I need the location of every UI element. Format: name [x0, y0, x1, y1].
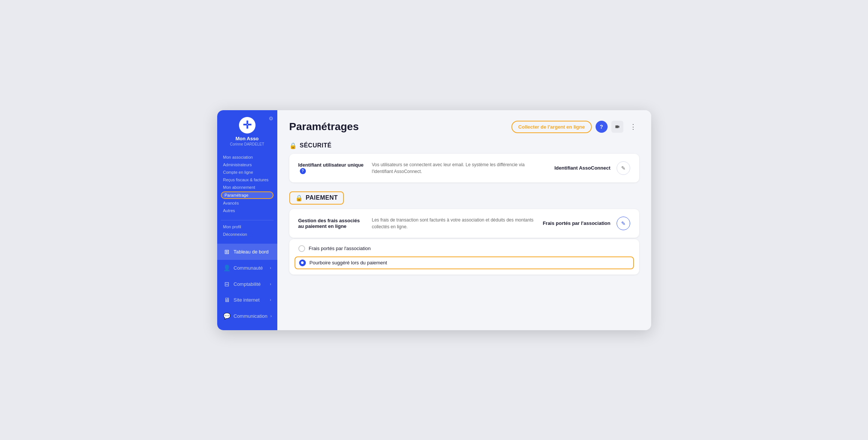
- sidebar-item-deconnexion[interactable]: Déconnexion: [221, 231, 274, 238]
- org-name: Mon Asso: [236, 136, 259, 141]
- security-row: Identifiant utilisateur unique ? Vos uti…: [289, 154, 639, 182]
- chevron-right-icon-2: ›: [270, 282, 271, 286]
- sidebar-nav-label-communaute: Communauté: [234, 265, 263, 271]
- website-icon: 🖥: [223, 297, 231, 303]
- sidebar-item-autres[interactable]: Autres: [221, 207, 274, 214]
- payment-row-desc: Les frais de transaction sont facturés à…: [372, 217, 537, 230]
- sidebar-item-mon-profil[interactable]: Mon profil: [221, 223, 274, 230]
- security-card: Identifiant utilisateur unique ? Vos uti…: [289, 154, 639, 182]
- radio-frais-label: Frais portés par l'association: [309, 246, 371, 251]
- sidebar-item-recus-fiscaux[interactable]: Reçus fiscaux & factures: [221, 176, 274, 183]
- lock-icon-payment: 🔒: [295, 194, 303, 202]
- security-row-value: Identifiant AssoConnect: [543, 165, 611, 171]
- sidebar-divider: [221, 220, 274, 220]
- sidebar: ⚙ ✛ Mon Asso Corinne DARDELET Mon associ…: [217, 110, 277, 330]
- sidebar-nav-label-communication: Communication: [234, 313, 268, 319]
- radio-pourboire-circle[interactable]: [299, 259, 306, 266]
- lock-icon: 🔒: [289, 142, 297, 149]
- payment-options-card: Frais portés par l'association Pourboire…: [289, 239, 639, 275]
- communication-icon: 💬: [223, 313, 231, 320]
- sidebar-item-mon-abonnement[interactable]: Mon abonnement: [221, 184, 274, 191]
- radio-option-pourboire[interactable]: Pourboire suggéré lors du paiement: [295, 256, 634, 269]
- payment-edit-button[interactable]: ✎: [617, 217, 630, 230]
- more-options-button[interactable]: ⋮: [627, 121, 639, 133]
- main-header: Paramétrages Collecter de l'argent en li…: [289, 121, 639, 133]
- user-name: Corinne DARDELET: [230, 142, 264, 146]
- security-row-label: Identifiant utilisateur unique ?: [298, 162, 366, 174]
- security-section-header: 🔒 SÉCURITÉ: [289, 142, 639, 149]
- sidebar-item-parametrage[interactable]: Paramétrage: [221, 191, 274, 199]
- sidebar-nav-label-tableau: Tableau de bord: [234, 249, 269, 255]
- payment-row-value: Frais portés par l'association: [543, 220, 610, 226]
- sidebar-item-avances[interactable]: Avancés: [221, 200, 274, 206]
- help-button[interactable]: ?: [596, 121, 608, 133]
- radio-option-frais[interactable]: Frais portés par l'association: [298, 245, 630, 252]
- dashboard-icon: ⊞: [223, 248, 231, 255]
- sidebar-nav-label-site: Site internet: [234, 297, 260, 303]
- gear-icon[interactable]: ⚙: [269, 115, 274, 121]
- sidebar-nav-communication[interactable]: 💬 Communication ›: [217, 308, 277, 324]
- payment-card: Gestion des frais associés au paiement e…: [289, 209, 639, 238]
- payment-title: PAIEMENT: [306, 194, 338, 201]
- payment-row-label: Gestion des frais associés au paiement e…: [298, 218, 366, 229]
- radio-pourboire-label: Pourboire suggéré lors du paiement: [310, 260, 387, 266]
- video-button[interactable]: [611, 121, 623, 133]
- sidebar-item-administrateurs[interactable]: Administrateurs: [221, 161, 274, 168]
- sidebar-nav-comptabilite[interactable]: ⊟ Comptabilité ›: [217, 276, 277, 292]
- payment-row: Gestion des frais associés au paiement e…: [289, 209, 639, 238]
- page-title: Paramétrages: [289, 121, 359, 133]
- collect-money-button[interactable]: Collecter de l'argent en ligne: [511, 121, 591, 133]
- header-actions: Collecter de l'argent en ligne ? ⋮: [511, 121, 639, 133]
- chevron-right-icon-3: ›: [270, 298, 271, 302]
- security-section: 🔒 SÉCURITÉ Identifiant utilisateur uniqu…: [289, 142, 639, 182]
- sidebar-menu: Mon association Administrateurs Compte e…: [217, 151, 277, 217]
- community-icon: 👤: [223, 264, 231, 272]
- sidebar-nav-communaute[interactable]: 👤 Communauté ›: [217, 260, 277, 276]
- chevron-right-icon-4: ›: [271, 314, 272, 318]
- accounting-icon: ⊟: [223, 281, 231, 288]
- sidebar-nav: ⊞ Tableau de bord 👤 Communauté › ⊟ Compt…: [217, 244, 277, 324]
- radio-frais-circle[interactable]: [298, 245, 305, 252]
- sidebar-nav-label-comptabilite: Comptabilité: [234, 281, 261, 287]
- payment-section: 🔒 PAIEMENT Gestion des frais associés au…: [289, 191, 639, 275]
- security-edit-button[interactable]: ✎: [617, 161, 630, 175]
- security-title: SÉCURITÉ: [300, 142, 332, 149]
- payment-header-bordered: 🔒 PAIEMENT: [289, 191, 344, 205]
- security-row-desc: Vos utilisateurs se connectent avec leur…: [372, 161, 537, 175]
- sidebar-profile-menu: Mon profil Déconnexion: [217, 223, 277, 241]
- sidebar-nav-tableau-de-bord[interactable]: ⊞ Tableau de bord: [217, 244, 277, 260]
- main-content: Paramétrages Collecter de l'argent en li…: [277, 110, 651, 330]
- sidebar-top: ⚙ ✛ Mon Asso Corinne DARDELET: [217, 110, 277, 151]
- tooltip-icon[interactable]: ?: [300, 168, 306, 174]
- sidebar-item-compte-en-ligne[interactable]: Compte en ligne: [221, 169, 274, 176]
- logo: ✛: [239, 117, 256, 134]
- chevron-right-icon: ›: [270, 266, 271, 270]
- sidebar-item-mon-association[interactable]: Mon association: [221, 154, 274, 161]
- sidebar-nav-site-internet[interactable]: 🖥 Site internet ›: [217, 292, 277, 308]
- payment-section-header: 🔒 PAIEMENT: [289, 191, 639, 205]
